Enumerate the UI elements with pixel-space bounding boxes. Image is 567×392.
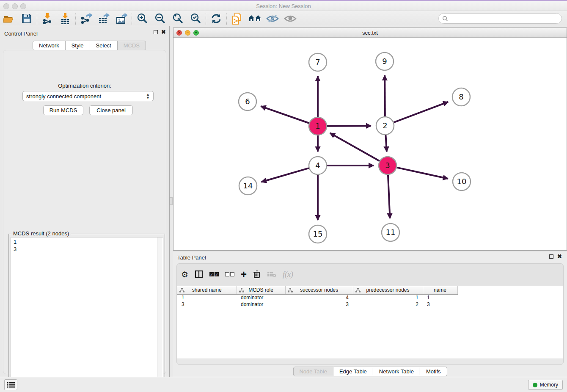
export-image-button[interactable] bbox=[113, 12, 130, 25]
close-panel-button[interactable]: Close panel bbox=[89, 105, 133, 115]
export-network-icon bbox=[80, 13, 92, 25]
column-header-predecessor-nodes[interactable]: predecessor nodes bbox=[353, 286, 423, 294]
app-titlebar[interactable]: Session: New Session bbox=[0, 1, 567, 11]
tab-select[interactable]: Select bbox=[90, 41, 118, 50]
edge-1-2[interactable] bbox=[327, 126, 371, 126]
table-row[interactable]: 1dominator411 bbox=[177, 294, 457, 301]
import-network-button[interactable] bbox=[39, 12, 56, 25]
edge-2-3[interactable] bbox=[385, 135, 386, 152]
delete-column-button[interactable] bbox=[253, 270, 261, 279]
node-label-9: 9 bbox=[382, 57, 387, 66]
eye-icon bbox=[284, 14, 297, 23]
table-row[interactable]: 3dominator323 bbox=[177, 301, 457, 308]
control-panel-title: Control Panel bbox=[4, 30, 38, 37]
table-cell[interactable]: 2 bbox=[353, 301, 423, 308]
node-label-10: 10 bbox=[457, 177, 467, 186]
zoom-out-button[interactable] bbox=[151, 12, 169, 25]
table-cell[interactable]: 3 bbox=[285, 301, 353, 308]
zoom-in-button[interactable] bbox=[133, 12, 151, 25]
search-box[interactable] bbox=[438, 13, 562, 24]
open-session-button[interactable] bbox=[0, 12, 18, 25]
show-columns-button[interactable] bbox=[195, 270, 203, 279]
tab-motifs[interactable]: Motifs bbox=[420, 367, 447, 376]
table-cell[interactable]: 3 bbox=[177, 301, 237, 308]
control-panel-tabs: NetworkStyleSelectMCDS bbox=[33, 41, 146, 50]
memory-button[interactable]: Memory bbox=[528, 380, 563, 390]
table-settings-button[interactable]: ⚙ bbox=[181, 271, 188, 279]
network-minimize-button[interactable]: – bbox=[185, 30, 190, 36]
new-network-from-selection-button[interactable] bbox=[228, 12, 246, 25]
node-table[interactable]: shared nameMCDS rolesuccessor nodesprede… bbox=[177, 286, 563, 359]
column-header-name[interactable]: name bbox=[423, 286, 457, 294]
tab-network[interactable]: Network bbox=[33, 41, 66, 50]
tab-node-table[interactable]: Node Table bbox=[293, 367, 333, 376]
network-canvas[interactable]: 1234678910111415 bbox=[173, 38, 567, 250]
tab-network-table[interactable]: Network Table bbox=[373, 367, 420, 376]
show-all-button[interactable] bbox=[281, 12, 299, 25]
import-table-icon bbox=[60, 13, 71, 25]
memory-status-icon bbox=[533, 383, 537, 387]
tab-mcds[interactable]: MCDS bbox=[118, 41, 146, 50]
table-cell[interactable]: 1 bbox=[177, 294, 237, 301]
vertical-splitter[interactable] bbox=[169, 26, 173, 377]
select-all-columns-button[interactable]: ✓✓ bbox=[209, 272, 219, 276]
close-table-panel-icon[interactable]: ✖ bbox=[557, 254, 562, 259]
table-cell[interactable]: dominator bbox=[237, 294, 285, 301]
export-network-button[interactable] bbox=[77, 12, 95, 25]
table-cell[interactable]: dominator bbox=[237, 301, 285, 308]
table-cell[interactable]: 1 bbox=[353, 294, 423, 301]
refresh-layout-button[interactable] bbox=[207, 12, 225, 25]
table-cell[interactable]: 1 bbox=[423, 294, 457, 301]
first-neighbors-button[interactable] bbox=[246, 12, 264, 25]
delete-table-button[interactable] bbox=[267, 271, 276, 278]
table-panel: Table Panel ✖ ⚙ ✓✓ + bbox=[173, 252, 567, 377]
edge-3-1[interactable] bbox=[330, 133, 380, 161]
close-panel-icon[interactable]: ✖ bbox=[161, 30, 166, 34]
edge-3-10[interactable] bbox=[396, 168, 448, 179]
tab-style[interactable]: Style bbox=[66, 41, 90, 50]
float-panel-icon[interactable] bbox=[154, 30, 158, 34]
column-header-MCDS-role[interactable]: MCDS role bbox=[237, 286, 285, 294]
run-mcds-button[interactable]: Run MCDS bbox=[43, 105, 83, 115]
status-bar: Memory bbox=[0, 377, 567, 392]
edge-1-6[interactable] bbox=[261, 106, 309, 123]
memory-label: Memory bbox=[540, 382, 558, 388]
table-cell[interactable]: 3 bbox=[423, 301, 457, 308]
edge-2-9[interactable] bbox=[385, 75, 385, 116]
node-label-8: 8 bbox=[459, 92, 463, 101]
hide-selected-button[interactable] bbox=[264, 12, 281, 25]
network-titlebar[interactable]: scc.txt ✕ – + bbox=[173, 28, 567, 38]
result-scrollbar[interactable] bbox=[157, 237, 162, 391]
function-builder-button[interactable]: f(x) bbox=[283, 270, 293, 279]
edge-2-8[interactable] bbox=[394, 102, 449, 123]
copy-network-icon bbox=[231, 12, 243, 25]
table-horizontal-scrollbar[interactable] bbox=[177, 359, 563, 364]
node-label-3: 3 bbox=[385, 161, 390, 170]
add-column-button[interactable]: + bbox=[241, 270, 247, 279]
table-cell[interactable]: 4 bbox=[285, 294, 353, 301]
column-header-shared-name[interactable]: shared name bbox=[177, 286, 237, 294]
network-maximize-button[interactable]: + bbox=[193, 30, 199, 36]
mcds-result-list[interactable]: 1 3 bbox=[11, 237, 163, 391]
tab-edge-table[interactable]: Edge Table bbox=[333, 367, 373, 376]
zoom-selected-button[interactable] bbox=[187, 12, 204, 25]
splitter-handle[interactable] bbox=[170, 197, 173, 205]
column-type-icon bbox=[355, 288, 361, 293]
import-table-button[interactable] bbox=[56, 12, 74, 25]
table-toolbar: ⚙ ✓✓ + f(x) bbox=[181, 266, 293, 282]
edge-4-14[interactable] bbox=[261, 168, 309, 182]
network-close-button[interactable]: ✕ bbox=[176, 30, 182, 36]
search-input[interactable] bbox=[448, 15, 561, 22]
save-floppy-icon bbox=[22, 14, 32, 24]
open-folder-icon bbox=[3, 14, 15, 24]
export-table-button[interactable] bbox=[95, 12, 113, 25]
zoom-fit-button[interactable] bbox=[169, 12, 187, 25]
task-history-button[interactable] bbox=[4, 379, 17, 390]
optimization-criterion-select[interactable]: strongly connected component ▲▼ bbox=[22, 91, 154, 101]
column-header-successor-nodes[interactable]: successor nodes bbox=[285, 286, 353, 294]
search-icon bbox=[442, 16, 448, 22]
deselect-all-columns-button[interactable] bbox=[225, 272, 234, 276]
edge-3-11[interactable] bbox=[388, 175, 390, 218]
save-session-button[interactable] bbox=[18, 12, 36, 25]
float-table-panel-icon[interactable] bbox=[549, 254, 553, 259]
